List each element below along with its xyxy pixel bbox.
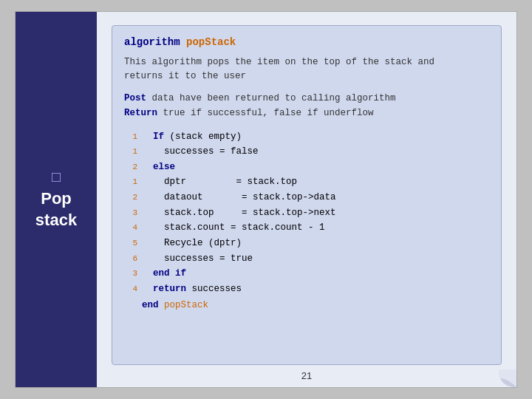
code-line-2-6: 6 successes = true	[124, 251, 489, 267]
code-line-2-2: 2 dataout = stack.top->data	[124, 190, 489, 205]
code-line-end: end popStack	[124, 298, 489, 313]
bullet-icon: □	[52, 168, 61, 185]
slide: □ Pop stack algorithm popStack This algo…	[15, 11, 517, 388]
line-num-2-4: 4	[124, 221, 137, 234]
return-keyword: Return	[124, 108, 157, 118]
return-text: true if successful, false if underflow	[157, 108, 374, 118]
code-text-2-6: successes = true	[142, 251, 253, 267]
code-block: 1 If (stack empty) 1 successes = false 2…	[124, 129, 489, 314]
code-line-2-5: 5 Recycle (dptr)	[124, 236, 489, 251]
line-num-2-1: 1	[124, 175, 137, 188]
code-text-2-2: dataout = stack.top->data	[142, 190, 336, 205]
title-pop: Pop	[41, 189, 72, 208]
code-line-2-4: 4 stack.count = stack.count - 1	[124, 220, 489, 236]
code-text-1: If (stack empty)	[142, 129, 242, 145]
line-num-2-5: 5	[124, 236, 137, 250]
code-text-2-1: dptr = stack.top	[142, 174, 297, 190]
line-num-2-6: 6	[124, 252, 137, 265]
code-line-2-1: 1 dptr = stack.top	[124, 174, 489, 190]
right-panel: algorithm popStack This algorithm pops t…	[97, 12, 516, 387]
post-return: Post data have been returned to calling …	[124, 91, 489, 120]
code-text-3: end if	[142, 266, 186, 282]
post-keyword: Post	[124, 93, 146, 103]
line-num-2: 2	[124, 160, 137, 174]
slide-title: Pop stack	[35, 188, 77, 231]
desc-line2: returns it to the user	[124, 71, 246, 81]
end-funcname: popStack	[164, 300, 208, 310]
algo-funcname: popStack	[186, 36, 236, 48]
code-text-2-5: Recycle (dptr)	[142, 236, 242, 251]
title-stack: stack	[35, 211, 77, 229]
line-num-4: 4	[124, 282, 137, 296]
code-text-2-3: stack.top = stack.top->next	[142, 205, 336, 221]
algo-description: This algorithm pops the item on the top …	[124, 55, 489, 83]
code-line-3: 3 end if	[124, 266, 489, 282]
code-text-2-4: stack.count = stack.count - 1	[142, 220, 325, 236]
algorithm-box: algorithm popStack This algorithm pops t…	[112, 25, 502, 365]
code-text-2: else	[142, 160, 175, 175]
code-line-4: 4 return successes	[124, 282, 489, 297]
code-text-4: return successes	[142, 282, 242, 297]
line-num-1: 1	[124, 130, 137, 143]
line-num-2-3: 3	[124, 206, 137, 219]
code-line-2: 2 else	[124, 160, 489, 175]
line-num-2-2: 2	[124, 191, 137, 204]
page-curl-icon	[487, 358, 516, 387]
code-text-end: end popStack	[142, 298, 208, 313]
code-line-1: 1 If (stack empty)	[124, 129, 489, 145]
code-line-2-3: 3 stack.top = stack.top->next	[124, 205, 489, 221]
code-text-1-1: successes = false	[142, 144, 259, 160]
post-text: data have been returned to calling algor…	[146, 93, 396, 103]
line-num-1-1: 1	[124, 145, 137, 158]
algo-title: algorithm popStack	[124, 36, 489, 48]
line-num-3: 3	[124, 267, 137, 280]
page-number: 21	[301, 370, 312, 381]
left-panel: □ Pop stack	[16, 12, 97, 387]
code-line-1-1: 1 successes = false	[124, 144, 489, 160]
desc-line1: This algorithm pops the item on the top …	[124, 57, 434, 67]
algo-keyword: algorithm	[124, 36, 180, 48]
